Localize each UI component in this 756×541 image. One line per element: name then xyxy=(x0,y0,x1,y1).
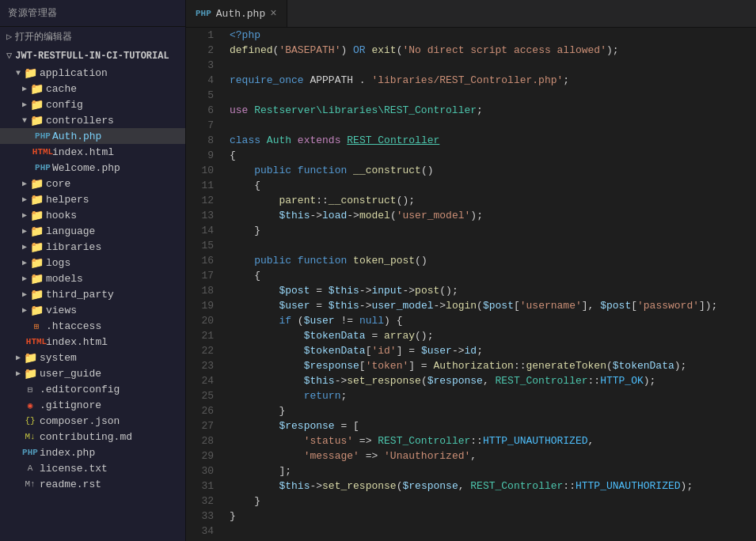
arrow-icon: ▶ xyxy=(19,179,30,188)
html-file-icon: HTML xyxy=(30,335,43,348)
arrow-icon: ▶ xyxy=(19,289,30,299)
sidebar-item-index-php[interactable]: PHP index.php xyxy=(0,445,185,460)
code-line-25: return; xyxy=(230,388,756,403)
arrow-icon: ▶ xyxy=(13,353,24,362)
code-line-3 xyxy=(230,58,756,73)
code-line-20: if ($user != null) { xyxy=(230,313,756,328)
project-root[interactable]: ▽ JWT-RESTFULL-IN-CI-TUTORIAL xyxy=(0,47,185,65)
sidebar-item-logs[interactable]: ▶ 📁 logs xyxy=(0,255,185,270)
sidebar: 资源管理器 ▷ 打开的编辑器 ▽ JWT-RESTFULL-IN-CI-TUTO… xyxy=(0,0,186,541)
sidebar-item-core[interactable]: ▶ 📁 core xyxy=(0,176,185,191)
code-line-33: } xyxy=(230,509,756,524)
arrow-icon: ▶ xyxy=(13,369,24,378)
sidebar-item-system[interactable]: ▶ 📁 system xyxy=(0,350,185,365)
sidebar-item-third-party[interactable]: ▶ 📁 third_party xyxy=(0,286,185,302)
sidebar-item-contributing-md[interactable]: M↓ contributing.md xyxy=(0,429,185,445)
code-line-32: } xyxy=(230,494,756,509)
folder-icon: 📁 xyxy=(30,272,43,285)
sidebar-item-models[interactable]: ▶ 📁 models xyxy=(0,270,185,286)
arrow-icon: ▶ xyxy=(19,226,30,236)
arrow-icon: ▶ xyxy=(19,274,30,283)
php-file-icon: PHP xyxy=(36,161,49,174)
sidebar-item-helpers[interactable]: ▶ 📁 helpers xyxy=(0,191,185,207)
folder-icon: 📁 xyxy=(24,367,36,380)
code-line-34 xyxy=(230,524,756,539)
sidebar-item-license-txt[interactable]: A license.txt xyxy=(0,460,185,476)
sidebar-item-config[interactable]: ▶ 📁 config xyxy=(0,96,185,112)
sidebar-item-application[interactable]: ▼ 📁 application xyxy=(0,65,185,81)
code-line-14: } xyxy=(230,223,756,238)
json-file-icon: {} xyxy=(24,414,36,427)
folder-icon: 📁 xyxy=(24,351,36,364)
sidebar-item-auth-php[interactable]: PHP Auth.php xyxy=(0,128,185,144)
code-line-6: use Restserver\Libraries\REST_Controller… xyxy=(230,103,756,118)
code-line-10: public function __construct() xyxy=(230,163,756,178)
folder-icon: 📁 xyxy=(30,304,43,316)
php-file-icon: PHP xyxy=(36,130,49,142)
code-line-21: $tokenData = array(); xyxy=(230,328,756,343)
sidebar-item-readme-rst[interactable]: M↑ readme.rst xyxy=(0,476,185,492)
code-line-2: defined('BASEPATH') OR exit('No direct s… xyxy=(230,43,756,58)
sidebar-item-index-html-ctrl[interactable]: HTML index.html xyxy=(0,144,185,160)
folder-open-icon: 📁 xyxy=(24,66,36,79)
folder-icon: 📁 xyxy=(30,193,43,206)
folder-open-icon: 📁 xyxy=(30,114,43,127)
code-line-15 xyxy=(230,238,756,253)
code-line-19: $user = $this->user_model->login($post['… xyxy=(230,298,756,313)
code-line-29: 'message' => 'Unauthorized', xyxy=(230,448,756,463)
sidebar-item-htaccess[interactable]: ⊞ .htaccess xyxy=(0,318,185,334)
folder-icon: 📁 xyxy=(30,240,43,253)
folder-icon: 📁 xyxy=(30,177,43,190)
editorconfig-icon: ⊟ xyxy=(24,383,36,395)
sidebar-item-libraries[interactable]: ▶ 📁 libraries xyxy=(0,239,185,255)
code-line-12: parent::__construct(); xyxy=(230,193,756,208)
code-line-16: public function token_post() xyxy=(230,253,756,268)
code-line-31: $this->set_response($response, REST_Cont… xyxy=(230,479,756,494)
txt-file-icon: A xyxy=(24,462,36,475)
php-tab-icon: PHP xyxy=(196,9,211,18)
sidebar-item-composer-json[interactable]: {} composer.json xyxy=(0,413,185,429)
folder-icon: 📁 xyxy=(30,82,43,95)
sidebar-header: 资源管理器 xyxy=(0,0,185,27)
tab-bar: PHP Auth.php × xyxy=(186,0,756,28)
code-container[interactable]: 12345 678910 1112131415 1617181920 21222… xyxy=(186,28,756,541)
tab-close-button[interactable]: × xyxy=(270,7,276,20)
sidebar-item-cache[interactable]: ▶ 📁 cache xyxy=(0,81,185,96)
code-line-27: $response = [ xyxy=(230,418,756,433)
sidebar-item-views[interactable]: ▶ 📁 views xyxy=(0,302,185,318)
sidebar-item-welcome-php[interactable]: PHP Welcome.php xyxy=(0,160,185,176)
arrow-icon: ▶ xyxy=(19,100,30,109)
arrow-icon: ▶ xyxy=(19,195,30,204)
code-line-1: <?php xyxy=(230,28,756,43)
code-line-17: { xyxy=(230,268,756,283)
code-line-8: class Auth extends REST_Controller xyxy=(230,133,756,148)
editor-area: PHP Auth.php × 12345 678910 1112131415 1… xyxy=(186,0,756,541)
folder-icon: 📁 xyxy=(30,288,43,301)
folder-icon: 📁 xyxy=(30,225,43,237)
open-editors-section[interactable]: ▷ 打开的编辑器 xyxy=(0,27,185,47)
sidebar-item-controllers[interactable]: ▼ 📁 controllers xyxy=(0,112,185,128)
htaccess-file-icon: ⊞ xyxy=(30,320,43,332)
code-line-22: $tokenData['id'] = $user->id; xyxy=(230,343,756,358)
line-numbers: 12345 678910 1112131415 1617181920 21222… xyxy=(186,28,222,541)
code-line-18: $post = $this->input->post(); xyxy=(230,283,756,298)
sidebar-item-editorconfig[interactable]: ⊟ .editorconfig xyxy=(0,381,185,397)
sidebar-item-gitignore[interactable]: ◉ .gitignore xyxy=(0,397,185,413)
code-content: <?php defined('BASEPATH') OR exit('No di… xyxy=(222,28,756,541)
sidebar-item-index-html-app[interactable]: HTML index.html xyxy=(0,334,185,350)
sidebar-item-user-guide[interactable]: ▶ 📁 user_guide xyxy=(0,365,185,381)
sidebar-item-hooks[interactable]: ▶ 📁 hooks xyxy=(0,207,185,223)
tab-auth-php[interactable]: PHP Auth.php × xyxy=(186,0,287,27)
rst-file-icon: M↑ xyxy=(24,478,36,490)
code-line-7 xyxy=(230,118,756,133)
code-line-24: $this->set_response($response, REST_Cont… xyxy=(230,373,756,388)
arrow-icon: ▶ xyxy=(19,305,30,315)
html-file-icon: HTML xyxy=(36,146,49,158)
chevron-right-icon: ▷ xyxy=(6,31,12,43)
sidebar-item-language[interactable]: ▶ 📁 language xyxy=(0,223,185,239)
code-line-30: ]; xyxy=(230,463,756,479)
tab-filename: Auth.php xyxy=(216,8,265,20)
folder-icon: 📁 xyxy=(30,256,43,269)
code-line-26: } xyxy=(230,403,756,418)
folder-icon: 📁 xyxy=(30,209,43,221)
